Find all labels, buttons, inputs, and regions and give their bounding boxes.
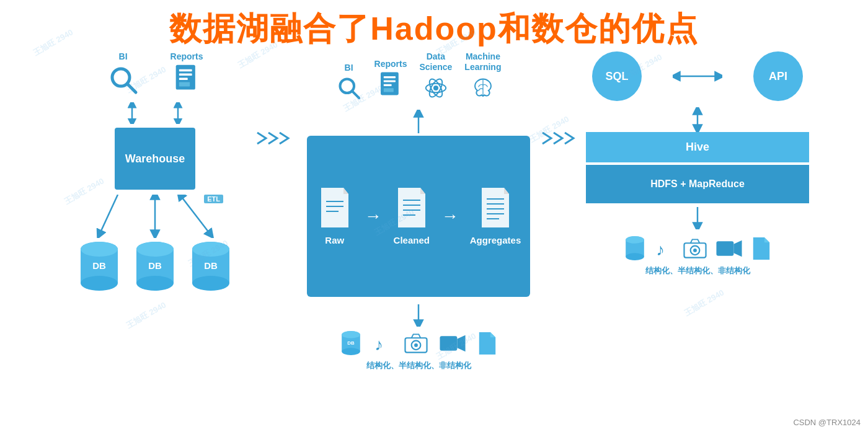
svg-rect-6 bbox=[179, 82, 190, 87]
arrow-down-mid-bottom bbox=[411, 303, 426, 327]
source-label-mid: 结构化、半结构化、非结构化 bbox=[366, 360, 471, 371]
sql-label: SQL bbox=[605, 70, 628, 83]
svg-point-20 bbox=[136, 242, 174, 257]
arrow-down-to-hive bbox=[690, 107, 705, 132]
search-icon-mid bbox=[336, 75, 362, 101]
right-stack: Hive HDFS + MapReduce bbox=[586, 132, 809, 203]
svg-text:DB: DB bbox=[92, 260, 106, 271]
aggregates-icon bbox=[477, 187, 514, 230]
arrow-down-reports bbox=[170, 102, 185, 124]
db-shape-2: DB bbox=[133, 240, 177, 293]
svg-rect-4 bbox=[179, 74, 192, 76]
svg-line-9 bbox=[99, 195, 118, 235]
arrow-raw-to-cleaned: → bbox=[365, 206, 382, 226]
datalake-content: Raw → Cleaned bbox=[316, 187, 521, 245]
bi-label-left: BI bbox=[119, 51, 128, 61]
svg-text:DB: DB bbox=[347, 340, 355, 346]
camera-icon-right bbox=[683, 237, 707, 260]
doc-icon-right bbox=[751, 236, 771, 261]
hdfs-label: HDFS + MapReduce bbox=[650, 179, 745, 189]
reports-label-left: Reports bbox=[170, 51, 203, 61]
sql-circle: SQL bbox=[592, 51, 642, 101]
svg-rect-30 bbox=[384, 76, 396, 78]
warehouse-box: Warehouse bbox=[115, 128, 195, 190]
left-panel: BI Reports bbox=[59, 51, 251, 293]
svg-point-24 bbox=[192, 276, 229, 291]
svg-text:♪: ♪ bbox=[656, 240, 665, 259]
doc-icon-mid bbox=[477, 331, 497, 356]
main-diagram: BI Reports bbox=[0, 51, 868, 371]
cleaned-label: Cleaned bbox=[394, 235, 430, 245]
datalake-box: Raw → Cleaned bbox=[307, 136, 530, 297]
hdfs-box: HDFS + MapReduce bbox=[586, 165, 809, 203]
connector-left-mid bbox=[251, 123, 301, 154]
report-icon-mid bbox=[378, 71, 404, 101]
svg-point-70 bbox=[626, 236, 644, 244]
bi-group-mid: BI bbox=[336, 63, 362, 101]
aggregates-label: Aggregates bbox=[470, 235, 521, 245]
api-label: API bbox=[769, 70, 787, 83]
video-icon-mid bbox=[439, 332, 466, 355]
db-row: DB DB bbox=[77, 240, 233, 293]
fan-arrows: ETL bbox=[74, 195, 236, 238]
reports-label-mid: Reports bbox=[374, 59, 407, 69]
hive-box: Hive bbox=[586, 132, 809, 162]
arrow-down-right-bottom bbox=[690, 206, 705, 229]
api-circle: API bbox=[753, 51, 803, 101]
db-cylinder-2: DB bbox=[133, 240, 177, 293]
reports-group-mid: Reports bbox=[374, 59, 407, 101]
right-panel: SQL API bbox=[586, 51, 809, 276]
left-top-icons: BI Reports bbox=[107, 51, 203, 96]
right-bottom-icons: ♪ bbox=[624, 236, 771, 262]
brain-icon bbox=[470, 75, 496, 101]
svg-point-19 bbox=[136, 276, 174, 291]
svg-point-25 bbox=[192, 242, 229, 257]
svg-rect-31 bbox=[384, 80, 396, 82]
db-shape-3: DB bbox=[188, 240, 233, 293]
svg-point-61 bbox=[414, 343, 418, 347]
video-icon-right bbox=[715, 237, 743, 260]
csdn-watermark: CSDN @TRX1024 bbox=[793, 418, 861, 427]
svg-text:DB: DB bbox=[204, 260, 218, 271]
aggregates-group: Aggregates bbox=[470, 187, 521, 245]
hive-label: Hive bbox=[686, 141, 709, 153]
svg-point-14 bbox=[81, 276, 118, 291]
svg-line-28 bbox=[352, 91, 358, 98]
arrow-sql-hive bbox=[673, 67, 722, 86]
svg-point-56 bbox=[342, 331, 360, 338]
bi-label-mid: BI bbox=[345, 63, 353, 73]
reports-group-left: Reports bbox=[170, 51, 203, 96]
arrows-down-left bbox=[125, 102, 185, 124]
right-arrow-col bbox=[673, 67, 722, 86]
connector-mid-right bbox=[536, 123, 586, 154]
arrow-down-bi bbox=[125, 102, 140, 124]
bottom-source-icons-mid: DB ♪ bbox=[340, 330, 497, 356]
ml-label: MachineLearning bbox=[464, 51, 501, 73]
report-icon-left bbox=[170, 64, 203, 96]
atom-icon bbox=[423, 75, 449, 101]
svg-line-1 bbox=[127, 84, 136, 92]
svg-point-69 bbox=[626, 253, 644, 260]
cleaned-icon bbox=[393, 187, 430, 230]
raw-label: Raw bbox=[325, 235, 344, 245]
middle-panel: BI Reports bbox=[301, 51, 536, 371]
camera-icon-mid bbox=[404, 332, 428, 355]
db-cylinder-1: DB bbox=[77, 240, 122, 293]
arrow-up-mid bbox=[411, 110, 426, 134]
machine-learning-group: MachineLearning bbox=[464, 51, 501, 101]
svg-marker-63 bbox=[457, 335, 465, 351]
svg-point-15 bbox=[81, 242, 118, 257]
source-db-right bbox=[624, 236, 646, 262]
page-container: 数据湖融合了Hadoop和数仓的优点 BI Reports bbox=[0, 0, 868, 432]
bi-group-left: BI bbox=[107, 51, 140, 96]
cleaned-group: Cleaned bbox=[393, 187, 430, 245]
svg-rect-5 bbox=[179, 78, 188, 80]
svg-point-34 bbox=[433, 86, 438, 90]
svg-text:♪: ♪ bbox=[374, 335, 383, 354]
search-icon-left bbox=[107, 64, 140, 96]
svg-text:DB: DB bbox=[148, 260, 162, 271]
raw-group: Raw bbox=[316, 187, 353, 245]
music-icon-right: ♪ bbox=[655, 236, 675, 262]
data-science-label: DataScience bbox=[419, 51, 452, 73]
warehouse-label: Warehouse bbox=[125, 152, 185, 165]
